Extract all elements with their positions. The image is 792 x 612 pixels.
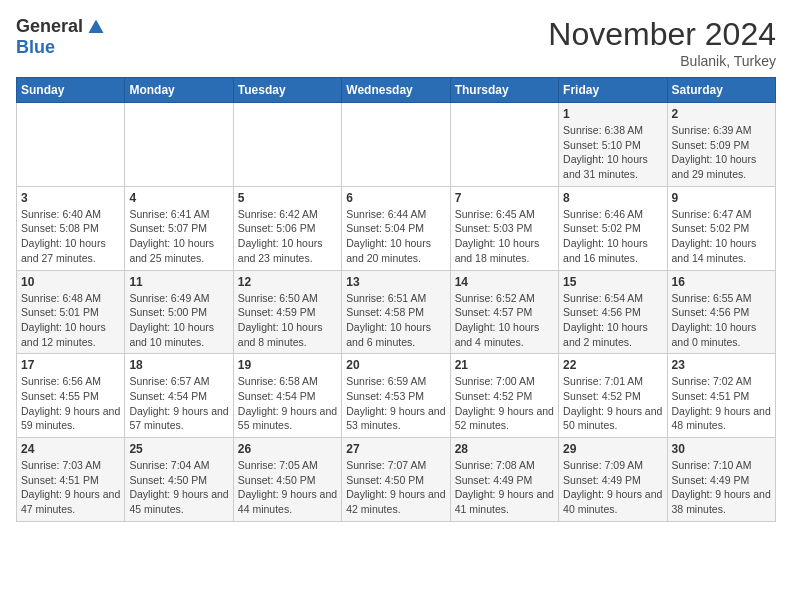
day-number: 19 xyxy=(238,358,337,372)
day-info: Sunrise: 6:59 AM Sunset: 4:53 PM Dayligh… xyxy=(346,374,445,433)
day-number: 10 xyxy=(21,275,120,289)
day-info: Sunrise: 6:40 AM Sunset: 5:08 PM Dayligh… xyxy=(21,207,120,266)
location: Bulanik, Turkey xyxy=(548,53,776,69)
calendar-week-1: 1Sunrise: 6:38 AM Sunset: 5:10 PM Daylig… xyxy=(17,103,776,187)
calendar-cell: 3Sunrise: 6:40 AM Sunset: 5:08 PM Daylig… xyxy=(17,186,125,270)
day-number: 28 xyxy=(455,442,554,456)
header-monday: Monday xyxy=(125,78,233,103)
day-number: 27 xyxy=(346,442,445,456)
calendar-cell: 29Sunrise: 7:09 AM Sunset: 4:49 PM Dayli… xyxy=(559,438,667,522)
day-info: Sunrise: 6:47 AM Sunset: 5:02 PM Dayligh… xyxy=(672,207,771,266)
calendar-cell: 22Sunrise: 7:01 AM Sunset: 4:52 PM Dayli… xyxy=(559,354,667,438)
header-friday: Friday xyxy=(559,78,667,103)
calendar-cell: 13Sunrise: 6:51 AM Sunset: 4:58 PM Dayli… xyxy=(342,270,450,354)
header-sunday: Sunday xyxy=(17,78,125,103)
header-row: Sunday Monday Tuesday Wednesday Thursday… xyxy=(17,78,776,103)
day-number: 6 xyxy=(346,191,445,205)
day-number: 9 xyxy=(672,191,771,205)
header-thursday: Thursday xyxy=(450,78,558,103)
day-info: Sunrise: 6:55 AM Sunset: 4:56 PM Dayligh… xyxy=(672,291,771,350)
day-info: Sunrise: 6:44 AM Sunset: 5:04 PM Dayligh… xyxy=(346,207,445,266)
header-saturday: Saturday xyxy=(667,78,775,103)
calendar-cell xyxy=(450,103,558,187)
calendar-cell: 15Sunrise: 6:54 AM Sunset: 4:56 PM Dayli… xyxy=(559,270,667,354)
day-info: Sunrise: 7:03 AM Sunset: 4:51 PM Dayligh… xyxy=(21,458,120,517)
day-info: Sunrise: 6:38 AM Sunset: 5:10 PM Dayligh… xyxy=(563,123,662,182)
calendar-cell: 30Sunrise: 7:10 AM Sunset: 4:49 PM Dayli… xyxy=(667,438,775,522)
calendar-week-4: 17Sunrise: 6:56 AM Sunset: 4:55 PM Dayli… xyxy=(17,354,776,438)
day-number: 23 xyxy=(672,358,771,372)
day-info: Sunrise: 6:51 AM Sunset: 4:58 PM Dayligh… xyxy=(346,291,445,350)
day-info: Sunrise: 6:57 AM Sunset: 4:54 PM Dayligh… xyxy=(129,374,228,433)
day-number: 14 xyxy=(455,275,554,289)
calendar-cell: 11Sunrise: 6:49 AM Sunset: 5:00 PM Dayli… xyxy=(125,270,233,354)
calendar-week-2: 3Sunrise: 6:40 AM Sunset: 5:08 PM Daylig… xyxy=(17,186,776,270)
calendar-cell: 8Sunrise: 6:46 AM Sunset: 5:02 PM Daylig… xyxy=(559,186,667,270)
day-number: 18 xyxy=(129,358,228,372)
day-number: 12 xyxy=(238,275,337,289)
page-header: General Blue November 2024 Bulanik, Turk… xyxy=(16,16,776,69)
day-info: Sunrise: 7:09 AM Sunset: 4:49 PM Dayligh… xyxy=(563,458,662,517)
day-info: Sunrise: 6:50 AM Sunset: 4:59 PM Dayligh… xyxy=(238,291,337,350)
calendar-cell: 6Sunrise: 6:44 AM Sunset: 5:04 PM Daylig… xyxy=(342,186,450,270)
calendar-header: Sunday Monday Tuesday Wednesday Thursday… xyxy=(17,78,776,103)
calendar-cell: 18Sunrise: 6:57 AM Sunset: 4:54 PM Dayli… xyxy=(125,354,233,438)
day-number: 21 xyxy=(455,358,554,372)
day-number: 24 xyxy=(21,442,120,456)
day-number: 15 xyxy=(563,275,662,289)
calendar-cell: 12Sunrise: 6:50 AM Sunset: 4:59 PM Dayli… xyxy=(233,270,341,354)
calendar-cell xyxy=(125,103,233,187)
calendar-cell: 1Sunrise: 6:38 AM Sunset: 5:10 PM Daylig… xyxy=(559,103,667,187)
calendar-cell: 28Sunrise: 7:08 AM Sunset: 4:49 PM Dayli… xyxy=(450,438,558,522)
header-tuesday: Tuesday xyxy=(233,78,341,103)
day-number: 16 xyxy=(672,275,771,289)
calendar-week-3: 10Sunrise: 6:48 AM Sunset: 5:01 PM Dayli… xyxy=(17,270,776,354)
day-number: 30 xyxy=(672,442,771,456)
calendar-cell: 26Sunrise: 7:05 AM Sunset: 4:50 PM Dayli… xyxy=(233,438,341,522)
calendar-cell: 17Sunrise: 6:56 AM Sunset: 4:55 PM Dayli… xyxy=(17,354,125,438)
calendar-cell: 14Sunrise: 6:52 AM Sunset: 4:57 PM Dayli… xyxy=(450,270,558,354)
calendar-cell xyxy=(342,103,450,187)
day-number: 5 xyxy=(238,191,337,205)
logo-icon xyxy=(87,18,105,36)
day-info: Sunrise: 6:42 AM Sunset: 5:06 PM Dayligh… xyxy=(238,207,337,266)
calendar-cell: 24Sunrise: 7:03 AM Sunset: 4:51 PM Dayli… xyxy=(17,438,125,522)
month-title: November 2024 xyxy=(548,16,776,53)
calendar-cell: 21Sunrise: 7:00 AM Sunset: 4:52 PM Dayli… xyxy=(450,354,558,438)
day-info: Sunrise: 6:58 AM Sunset: 4:54 PM Dayligh… xyxy=(238,374,337,433)
calendar-cell: 10Sunrise: 6:48 AM Sunset: 5:01 PM Dayli… xyxy=(17,270,125,354)
day-info: Sunrise: 7:07 AM Sunset: 4:50 PM Dayligh… xyxy=(346,458,445,517)
day-info: Sunrise: 7:04 AM Sunset: 4:50 PM Dayligh… xyxy=(129,458,228,517)
day-info: Sunrise: 6:45 AM Sunset: 5:03 PM Dayligh… xyxy=(455,207,554,266)
day-info: Sunrise: 6:54 AM Sunset: 4:56 PM Dayligh… xyxy=(563,291,662,350)
day-number: 11 xyxy=(129,275,228,289)
day-number: 13 xyxy=(346,275,445,289)
day-info: Sunrise: 6:48 AM Sunset: 5:01 PM Dayligh… xyxy=(21,291,120,350)
calendar-cell: 7Sunrise: 6:45 AM Sunset: 5:03 PM Daylig… xyxy=(450,186,558,270)
calendar-table: Sunday Monday Tuesday Wednesday Thursday… xyxy=(16,77,776,522)
day-info: Sunrise: 6:49 AM Sunset: 5:00 PM Dayligh… xyxy=(129,291,228,350)
calendar-cell: 5Sunrise: 6:42 AM Sunset: 5:06 PM Daylig… xyxy=(233,186,341,270)
calendar-cell: 2Sunrise: 6:39 AM Sunset: 5:09 PM Daylig… xyxy=(667,103,775,187)
calendar-body: 1Sunrise: 6:38 AM Sunset: 5:10 PM Daylig… xyxy=(17,103,776,522)
calendar-cell: 4Sunrise: 6:41 AM Sunset: 5:07 PM Daylig… xyxy=(125,186,233,270)
calendar-week-5: 24Sunrise: 7:03 AM Sunset: 4:51 PM Dayli… xyxy=(17,438,776,522)
title-block: November 2024 Bulanik, Turkey xyxy=(548,16,776,69)
calendar-cell: 16Sunrise: 6:55 AM Sunset: 4:56 PM Dayli… xyxy=(667,270,775,354)
day-info: Sunrise: 6:39 AM Sunset: 5:09 PM Dayligh… xyxy=(672,123,771,182)
day-info: Sunrise: 7:05 AM Sunset: 4:50 PM Dayligh… xyxy=(238,458,337,517)
day-number: 26 xyxy=(238,442,337,456)
day-info: Sunrise: 6:56 AM Sunset: 4:55 PM Dayligh… xyxy=(21,374,120,433)
day-number: 17 xyxy=(21,358,120,372)
logo-blue-text: Blue xyxy=(16,37,55,58)
day-number: 8 xyxy=(563,191,662,205)
logo: General Blue xyxy=(16,16,105,58)
day-info: Sunrise: 7:10 AM Sunset: 4:49 PM Dayligh… xyxy=(672,458,771,517)
day-info: Sunrise: 7:00 AM Sunset: 4:52 PM Dayligh… xyxy=(455,374,554,433)
calendar-cell: 23Sunrise: 7:02 AM Sunset: 4:51 PM Dayli… xyxy=(667,354,775,438)
day-info: Sunrise: 7:01 AM Sunset: 4:52 PM Dayligh… xyxy=(563,374,662,433)
day-number: 20 xyxy=(346,358,445,372)
day-info: Sunrise: 6:52 AM Sunset: 4:57 PM Dayligh… xyxy=(455,291,554,350)
day-number: 4 xyxy=(129,191,228,205)
day-info: Sunrise: 6:46 AM Sunset: 5:02 PM Dayligh… xyxy=(563,207,662,266)
